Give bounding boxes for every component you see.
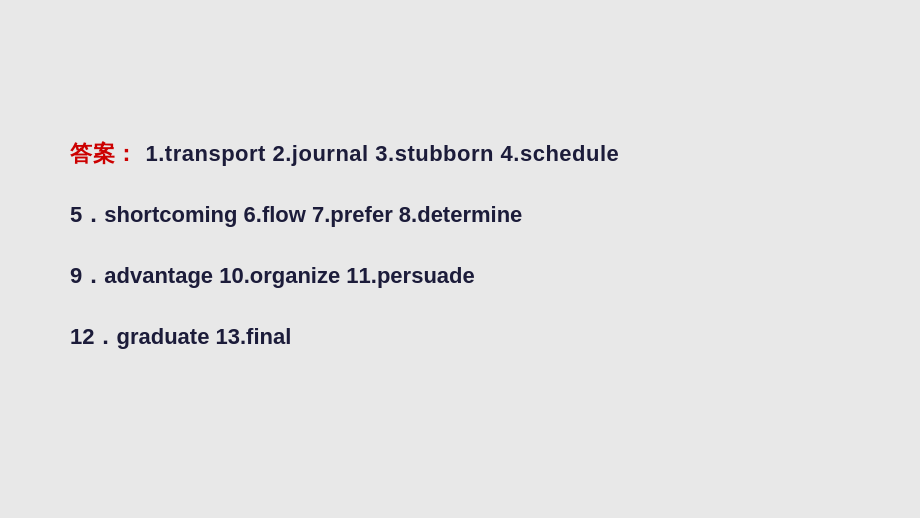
content-area: 答案： 1.transport 2.journal 3.stubborn 4.s… [0, 57, 920, 461]
answer-header-line: 答案： 1.transport 2.journal 3.stubborn 4.s… [70, 137, 850, 170]
answer-line2: 5．shortcoming 6.flow 7.prefer 8.determin… [70, 198, 850, 231]
answer-line1: 1.transport 2.journal 3.stubborn 4.sched… [146, 137, 620, 170]
answer-label: 答案： [70, 139, 138, 169]
answer-line3: 9．advantage 10.organize 11.persuade [70, 259, 850, 292]
answer-line4: 12．graduate 13.final [70, 320, 850, 353]
